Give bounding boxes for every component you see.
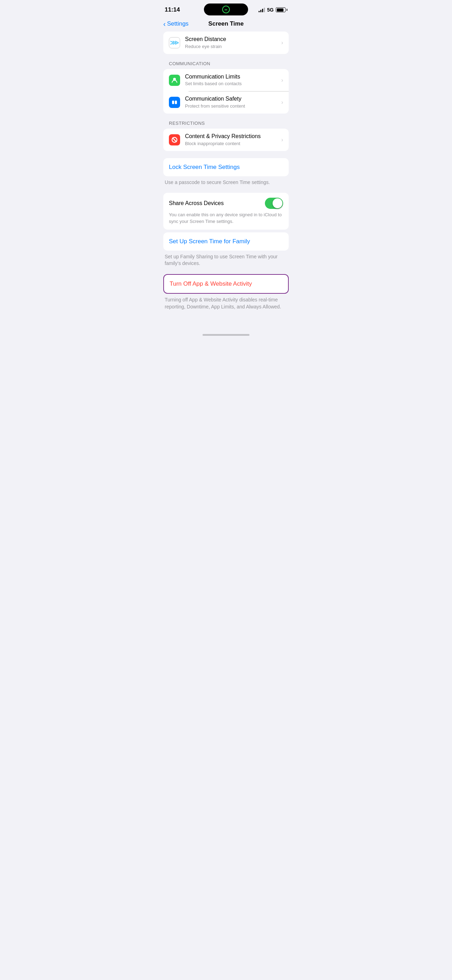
signal-bar-1	[259, 11, 259, 12]
lock-screen-time-card[interactable]: Lock Screen Time Settings	[163, 158, 289, 176]
dynamic-island: ∞	[204, 3, 248, 16]
dynamic-island-inner: ∞	[224, 7, 228, 11]
share-across-devices-label: Share Across Devices	[169, 200, 224, 207]
turn-off-activity-title: Turn Off App & Website Activity	[170, 280, 282, 287]
page-title: Screen Time	[208, 20, 244, 27]
content-privacy-item[interactable]: Content & Privacy Restrictions Block ina…	[163, 129, 289, 151]
content: ⋙ Screen Distance Reduce eye strain › CO…	[158, 32, 294, 331]
turn-off-activity-desc: Turning off App & Website Activity disab…	[163, 296, 289, 310]
share-across-devices-toggle[interactable]	[265, 198, 283, 209]
communication-limits-text: Communication Limits Set limits based on…	[185, 73, 279, 87]
communication-safety-title: Communication Safety	[185, 95, 279, 103]
communication-card: Communication Limits Set limits based on…	[163, 69, 289, 114]
content-privacy-subtitle: Block inappropriate content	[185, 141, 279, 147]
back-label: Settings	[167, 20, 188, 27]
restrictions-section: RESTRICTIONS Content & Privacy Restricti…	[163, 121, 289, 151]
chevrons-up-icon: ⋙	[170, 39, 179, 47]
content-privacy-title: Content & Privacy Restrictions	[185, 133, 279, 140]
screen-distance-icon: ⋙	[169, 37, 180, 48]
back-chevron-icon: ‹	[163, 20, 166, 27]
battery-fill	[277, 8, 284, 11]
chevron-right-icon: ›	[282, 77, 283, 83]
chevron-right-icon: ›	[282, 40, 283, 46]
svg-rect-2	[175, 100, 177, 104]
communication-limits-title: Communication Limits	[185, 73, 279, 81]
toggle-knob	[272, 198, 282, 208]
content-privacy-text: Content & Privacy Restrictions Block ina…	[185, 133, 279, 147]
screen-distance-text: Screen Distance Reduce eye strain	[185, 36, 279, 50]
turn-off-activity-section: Turn Off App & Website Activity Turning …	[163, 274, 289, 310]
chevron-right-icon: ›	[282, 99, 283, 105]
battery-tip	[286, 9, 287, 11]
chevron-right-icon: ›	[282, 137, 283, 143]
communication-safety-subtitle: Protect from sensitive content	[185, 103, 279, 109]
status-right: 5G	[259, 7, 287, 13]
communication-header: COMMUNICATION	[163, 61, 289, 66]
content-privacy-icon	[169, 134, 180, 145]
signal-bar-2	[260, 10, 261, 12]
communication-safety-icon	[169, 97, 180, 108]
status-time: 11:14	[165, 6, 180, 13]
battery-body	[276, 7, 286, 12]
communication-limits-subtitle: Set limits based on contacts	[185, 81, 279, 87]
screen-distance-title: Screen Distance	[185, 36, 279, 43]
network-type: 5G	[267, 7, 274, 13]
screen-distance-card: ⋙ Screen Distance Reduce eye strain ›	[163, 32, 289, 54]
signal-bars	[259, 7, 265, 12]
screen-distance-subtitle: Reduce eye strain	[185, 44, 279, 50]
communication-limits-icon	[169, 75, 180, 86]
set-up-family-title: Set Up Screen Time for Family	[169, 238, 283, 245]
share-across-devices-card: Share Across Devices You can enable this…	[163, 193, 289, 229]
restrictions-header: RESTRICTIONS	[163, 121, 289, 126]
set-up-family-subtitle: Set up Family Sharing to use Screen Time…	[163, 253, 289, 267]
set-up-family-card[interactable]: Set Up Screen Time for Family	[163, 232, 289, 251]
turn-off-activity-card[interactable]: Turn Off App & Website Activity	[163, 274, 289, 294]
communication-section: COMMUNICATION Communication Limits Set l…	[163, 61, 289, 114]
back-button[interactable]: ‹ Settings	[163, 20, 188, 27]
dynamic-island-icon: ∞	[222, 6, 230, 13]
lock-screen-time-section: Lock Screen Time Settings Use a passcode…	[163, 158, 289, 186]
share-across-devices-section: Share Across Devices You can enable this…	[163, 193, 289, 229]
screen-distance-section: ⋙ Screen Distance Reduce eye strain ›	[163, 32, 289, 54]
svg-rect-1	[172, 100, 174, 104]
status-bar: 11:14 ∞ 5G	[158, 0, 294, 18]
home-indicator	[158, 331, 294, 340]
communication-safety-item[interactable]: Communication Safety Protect from sensit…	[163, 91, 289, 114]
home-bar	[202, 334, 250, 336]
signal-bar-3	[262, 9, 263, 12]
share-across-devices-desc: You can enable this on any device signed…	[169, 212, 283, 224]
nav-bar: ‹ Settings Screen Time	[158, 18, 294, 32]
share-across-devices-row: Share Across Devices	[169, 198, 283, 209]
signal-bar-4	[264, 8, 265, 12]
lock-screen-time-title: Lock Screen Time Settings	[169, 164, 283, 171]
communication-limits-item[interactable]: Communication Limits Set limits based on…	[163, 69, 289, 91]
battery	[276, 7, 287, 12]
communication-safety-text: Communication Safety Protect from sensit…	[185, 95, 279, 109]
screen-distance-item[interactable]: ⋙ Screen Distance Reduce eye strain ›	[163, 32, 289, 54]
set-up-family-section: Set Up Screen Time for Family Set up Fam…	[163, 232, 289, 267]
lock-screen-time-subtitle: Use a passcode to secure Screen Time set…	[163, 179, 289, 186]
restrictions-card: Content & Privacy Restrictions Block ina…	[163, 129, 289, 151]
